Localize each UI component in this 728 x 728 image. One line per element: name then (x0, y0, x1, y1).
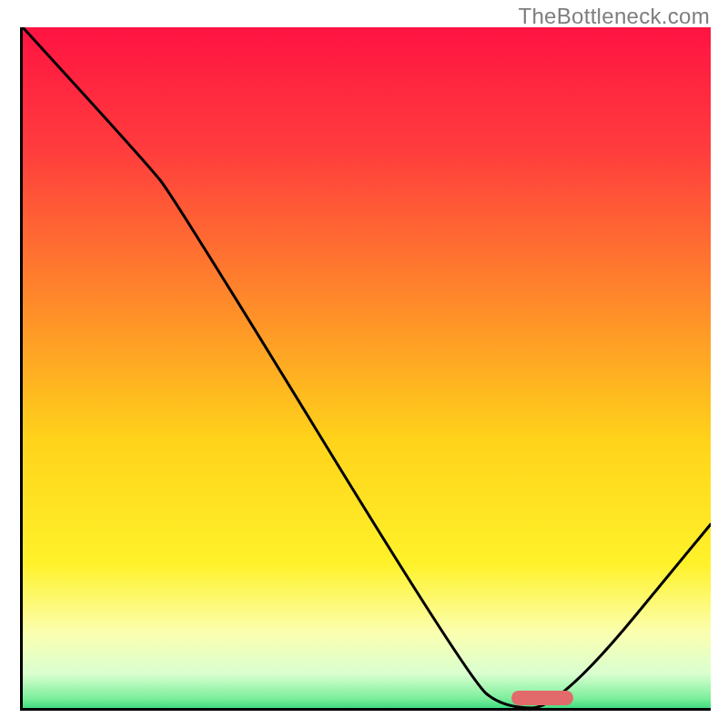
optimum-marker (511, 691, 573, 705)
plot-area (20, 27, 711, 711)
watermark-text: TheBottleneck.com (518, 4, 710, 29)
chart-container: TheBottleneck.com (0, 0, 728, 728)
bottleneck-curve (23, 27, 711, 708)
